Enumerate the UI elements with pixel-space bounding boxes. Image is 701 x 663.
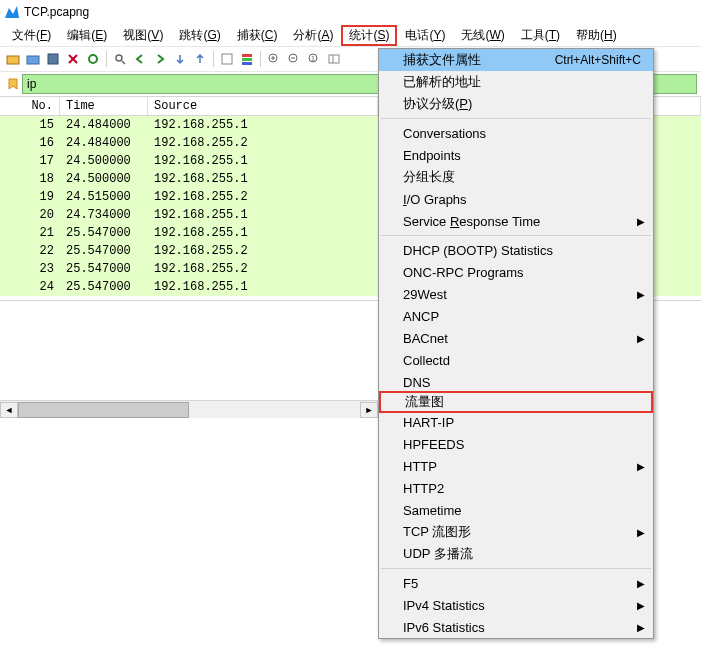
cell-source: 192.168.255.1: [148, 280, 378, 294]
menu-item--[interactable]: 流量图: [379, 391, 653, 413]
menu-文件[interactable]: 文件(F): [4, 25, 59, 46]
col-header-source[interactable]: Source: [148, 97, 378, 115]
menu-跳转[interactable]: 跳转(G): [171, 25, 228, 46]
folder-icon[interactable]: [24, 50, 42, 68]
menu-帮助[interactable]: 帮助(H): [568, 25, 625, 46]
menu-item-label: 捕获文件属性: [403, 51, 481, 69]
zoom-in-icon[interactable]: [265, 50, 283, 68]
menu-item--[interactable]: 协议分级(P): [379, 93, 653, 115]
close-icon[interactable]: [64, 50, 82, 68]
menu-item-udp-[interactable]: UDP 多播流: [379, 543, 653, 565]
svg-rect-10: [242, 58, 252, 61]
menu-item-ancp[interactable]: ANCP: [379, 305, 653, 327]
cell-time: 24.515000: [60, 190, 148, 204]
cell-source: 192.168.255.1: [148, 226, 378, 240]
menu-item--[interactable]: 分组长度: [379, 166, 653, 188]
menu-item-label: Sametime: [403, 503, 462, 518]
cell-source: 192.168.255.2: [148, 262, 378, 276]
resize-columns-icon[interactable]: [325, 50, 343, 68]
separator: [213, 51, 214, 67]
titlebar: TCP.pcapng: [0, 0, 701, 24]
next-icon[interactable]: [151, 50, 169, 68]
menu-item-i-o-graphs[interactable]: I/O Graphs: [379, 188, 653, 210]
svg-rect-2: [48, 54, 58, 64]
cell-no: 21: [0, 226, 60, 240]
menu-统计[interactable]: 统计(S): [341, 25, 397, 46]
menu-捕获[interactable]: 捕获(C): [229, 25, 286, 46]
menu-item-label: 协议分级(P): [403, 95, 472, 113]
menu-item-dns[interactable]: DNS: [379, 371, 653, 393]
svg-rect-1: [27, 56, 39, 64]
svg-text:1: 1: [311, 55, 315, 62]
menu-separator: [381, 568, 651, 569]
zoom-reset-icon[interactable]: 1: [305, 50, 323, 68]
save-icon[interactable]: [44, 50, 62, 68]
svg-rect-11: [242, 62, 252, 65]
scroll-right-button[interactable]: ►: [360, 402, 378, 418]
menu-item-bacnet[interactable]: BACnet▶: [379, 327, 653, 349]
menu-item-label: F5: [403, 576, 418, 591]
menu-无线[interactable]: 无线(W): [453, 25, 512, 46]
menu-视图[interactable]: 视图(V): [115, 25, 171, 46]
reload-icon[interactable]: [84, 50, 102, 68]
cell-time: 24.484000: [60, 136, 148, 150]
cell-time: 25.547000: [60, 226, 148, 240]
menu-item--[interactable]: 已解析的地址: [379, 71, 653, 93]
menu-编辑[interactable]: 编辑(E): [59, 25, 115, 46]
menu-item-endpoints[interactable]: Endpoints: [379, 144, 653, 166]
menu-item-label: IPv4 Statistics: [403, 598, 485, 613]
menu-item-tcp-[interactable]: TCP 流图形▶: [379, 521, 653, 543]
submenu-arrow-icon: ▶: [637, 289, 645, 300]
first-icon[interactable]: [191, 50, 209, 68]
menu-item-http[interactable]: HTTP▶: [379, 455, 653, 477]
menu-电话[interactable]: 电话(Y): [397, 25, 453, 46]
menu-item-conversations[interactable]: Conversations: [379, 122, 653, 144]
menu-item-label: 29West: [403, 287, 447, 302]
menu-item-label: HTTP2: [403, 481, 444, 496]
menu-item-dhcp-bootp-statistics[interactable]: DHCP (BOOTP) Statistics: [379, 239, 653, 261]
scroll-left-button[interactable]: ◄: [0, 402, 18, 418]
menu-item-label: DHCP (BOOTP) Statistics: [403, 243, 553, 258]
svg-rect-0: [7, 56, 19, 64]
menu-工具[interactable]: 工具(T): [513, 25, 568, 46]
menu-item-service-response-time[interactable]: Service Response Time▶: [379, 210, 653, 232]
menu-item-ipv6-statistics[interactable]: IPv6 Statistics▶: [379, 616, 653, 638]
menu-分析[interactable]: 分析(A): [285, 25, 341, 46]
svg-line-7: [122, 61, 125, 64]
open-icon[interactable]: [4, 50, 22, 68]
horizontal-scrollbar[interactable]: ◄ ►: [0, 400, 378, 418]
prev-icon[interactable]: [131, 50, 149, 68]
bookmark-icon[interactable]: [4, 75, 22, 93]
scroll-track[interactable]: [18, 402, 360, 418]
menu-item-label: Endpoints: [403, 148, 461, 163]
menu-item-label: UDP 多播流: [403, 545, 473, 563]
wireshark-icon: [4, 4, 20, 20]
zoom-out-icon[interactable]: [285, 50, 303, 68]
cell-time: 24.484000: [60, 118, 148, 132]
find-icon[interactable]: [111, 50, 129, 68]
menu-item-onc-rpc-programs[interactable]: ONC-RPC Programs: [379, 261, 653, 283]
colorize-icon[interactable]: [238, 50, 256, 68]
menu-item-ipv4-statistics[interactable]: IPv4 Statistics▶: [379, 594, 653, 616]
scroll-thumb[interactable]: [18, 402, 189, 418]
menu-item-sametime[interactable]: Sametime: [379, 499, 653, 521]
col-header-no[interactable]: No.: [0, 97, 60, 115]
separator: [106, 51, 107, 67]
menu-item-label: ANCP: [403, 309, 439, 324]
menu-item--[interactable]: 捕获文件属性Ctrl+Alt+Shift+C: [379, 49, 653, 71]
menu-item-29west[interactable]: 29West▶: [379, 283, 653, 305]
jump-icon[interactable]: [171, 50, 189, 68]
svg-point-5: [89, 55, 97, 63]
cell-time: 24.500000: [60, 154, 148, 168]
menu-item-collectd[interactable]: Collectd: [379, 349, 653, 371]
menu-item-hpfeeds[interactable]: HPFEEDS: [379, 433, 653, 455]
menu-item-label: ONC-RPC Programs: [403, 265, 524, 280]
cell-source: 192.168.255.1: [148, 208, 378, 222]
col-header-time[interactable]: Time: [60, 97, 148, 115]
auto-scroll-icon[interactable]: [218, 50, 236, 68]
menu-item-hart-ip[interactable]: HART-IP: [379, 411, 653, 433]
submenu-arrow-icon: ▶: [637, 527, 645, 538]
menu-item-http2[interactable]: HTTP2: [379, 477, 653, 499]
menu-item-f5[interactable]: F5▶: [379, 572, 653, 594]
menu-shortcut: Ctrl+Alt+Shift+C: [555, 53, 641, 67]
